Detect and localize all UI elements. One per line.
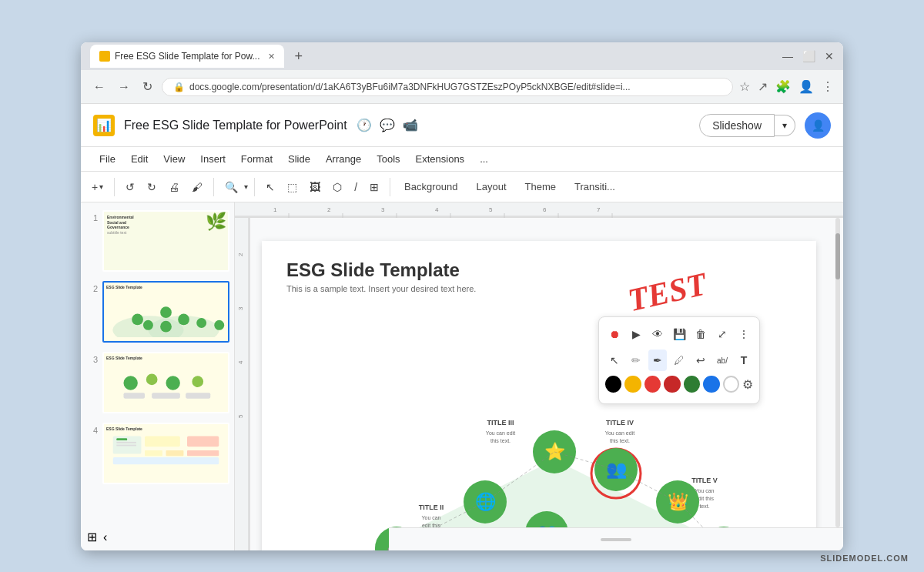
- slide-subtitle: This is a sample text. Insert your desir…: [262, 284, 816, 306]
- cursor-tool[interactable]: ↖: [261, 178, 280, 196]
- print-button[interactable]: 🖨: [164, 178, 184, 196]
- title-bar: Free ESG Slide Template for Pow... ✕ + —…: [81, 42, 843, 70]
- highlighter-tool-btn[interactable]: ✏: [627, 350, 645, 371]
- zoom-button[interactable]: 🔍: [220, 178, 243, 196]
- more-options-button[interactable]: ⋮: [735, 323, 753, 345]
- add-button[interactable]: + ▾: [87, 178, 108, 196]
- zoom-control[interactable]: 🔍 ▾: [220, 178, 248, 196]
- scrollbar-right[interactable]: [832, 218, 843, 527]
- svg-text:text.: text.: [699, 503, 709, 509]
- svg-point-4: [143, 320, 153, 330]
- slide-item-1[interactable]: 1 EnvironmentalSocial andGovernance subt…: [84, 209, 231, 273]
- url-box[interactable]: 🔒 docs.google.com/presentation/d/1aKA6T3…: [162, 78, 733, 96]
- line-tool[interactable]: /: [350, 178, 362, 196]
- redo-button[interactable]: ↻: [142, 178, 161, 196]
- theme-button[interactable]: Theme: [517, 178, 564, 196]
- doc-title[interactable]: Free ESG Slide Template for PowerPoint: [124, 119, 347, 132]
- text-tool-btn[interactable]: T: [735, 350, 753, 371]
- share-icon[interactable]: ↗: [758, 79, 768, 94]
- slide-item-3[interactable]: 3 ESG Slide Template: [84, 350, 231, 415]
- text-format-btn[interactable]: ab/: [713, 350, 732, 371]
- format-paint-button[interactable]: 🖌: [187, 178, 207, 196]
- comments-button[interactable]: 💬: [380, 118, 395, 132]
- user-avatar-button[interactable]: 👤: [805, 112, 831, 139]
- back-button[interactable]: ←: [90, 77, 109, 97]
- slide-thumb-4[interactable]: ESG Slide Template: [102, 423, 229, 484]
- new-tab-button[interactable]: +: [290, 49, 308, 65]
- main-content: 1 EnvironmentalSocial andGovernance subt…: [81, 202, 843, 550]
- svg-text:TITLE III: TITLE III: [487, 419, 514, 426]
- slide-item-4[interactable]: 4 ESG Slide Template: [84, 421, 231, 486]
- menu-icon[interactable]: ⋮: [822, 79, 834, 94]
- menu-format[interactable]: Format: [235, 150, 279, 168]
- svg-point-7: [160, 321, 172, 333]
- slide-number-2: 2: [85, 284, 98, 293]
- layout-button[interactable]: Layout: [468, 178, 514, 196]
- collapse-panel-button[interactable]: ‹: [103, 530, 107, 544]
- eraser-tool-btn[interactable]: ↩: [691, 350, 710, 371]
- undo-button[interactable]: ↺: [121, 178, 139, 196]
- menu-extensions[interactable]: Extensions: [410, 150, 471, 168]
- present-button[interactable]: 📹: [403, 118, 418, 132]
- slide-thumb-1[interactable]: EnvironmentalSocial andGovernance subtit…: [102, 210, 229, 272]
- image-tool[interactable]: 🖼: [305, 178, 325, 196]
- menu-arrange[interactable]: Arrange: [320, 150, 367, 168]
- cursor-tool-btn[interactable]: ↖: [605, 350, 624, 371]
- scrollbar-thumb[interactable]: [835, 233, 840, 279]
- expand-button[interactable]: ⤢: [713, 323, 732, 345]
- url-text: docs.google.com/presentation/d/1aKA6T3yB…: [189, 82, 631, 92]
- delete-button[interactable]: 🗑: [691, 323, 710, 345]
- color-black[interactable]: [605, 376, 621, 393]
- pen-tool-btn[interactable]: ✒: [648, 350, 667, 371]
- save-button[interactable]: 💾: [670, 323, 688, 345]
- canvas-area: 1 2 3 4 5 6 7: [235, 202, 843, 550]
- color-blue[interactable]: [703, 376, 719, 393]
- address-bar: ← → ↻ 🔒 docs.google.com/presentation/d/1…: [81, 70, 843, 104]
- background-button[interactable]: Background: [397, 178, 465, 196]
- menu-file[interactable]: File: [93, 150, 122, 168]
- minimize-button[interactable]: —: [782, 50, 793, 62]
- svg-text:2: 2: [237, 253, 244, 256]
- tab-close-button[interactable]: ✕: [268, 52, 275, 62]
- select-tool[interactable]: ⬚: [283, 178, 302, 196]
- slideshow-button[interactable]: Slideshow: [699, 114, 775, 137]
- bookmark-icon[interactable]: ☆: [739, 79, 750, 94]
- browser-tab[interactable]: Free ESG Slide Template for Pow... ✕: [90, 45, 284, 68]
- menu-slide[interactable]: Slide: [282, 150, 316, 168]
- play-button[interactable]: ▶: [627, 323, 645, 345]
- shapes-tool[interactable]: ⬡: [328, 178, 346, 196]
- close-button[interactable]: ✕: [825, 50, 834, 62]
- watermark: SLIDEMODEL.COM: [820, 554, 909, 563]
- record-button[interactable]: ⏺: [605, 323, 624, 345]
- menu-more[interactable]: ...: [474, 150, 494, 168]
- more-shapes-tool[interactable]: ⊞: [365, 178, 383, 196]
- profile-icon[interactable]: 👤: [798, 79, 814, 94]
- history-button[interactable]: 🕐: [357, 118, 372, 132]
- color-yellow[interactable]: [624, 376, 641, 393]
- color-green[interactable]: [684, 376, 700, 393]
- slide-thumb-3[interactable]: ESG Slide Template: [102, 352, 229, 413]
- color-red-light[interactable]: [644, 376, 661, 393]
- forward-button[interactable]: →: [115, 77, 133, 97]
- grid-view-button[interactable]: ⊞: [87, 530, 97, 544]
- menu-view[interactable]: View: [157, 150, 191, 168]
- maximize-button[interactable]: ⬜: [802, 50, 815, 62]
- menu-tools[interactable]: Tools: [370, 150, 406, 168]
- color-red-dark[interactable]: [664, 376, 680, 393]
- transitions-button[interactable]: Transiti...: [567, 178, 623, 196]
- svg-text:this text.: this text.: [610, 438, 630, 443]
- extensions-icon[interactable]: 🧩: [775, 79, 791, 94]
- menu-edit[interactable]: Edit: [125, 150, 154, 168]
- color-settings-button[interactable]: ⚙: [742, 377, 753, 392]
- slideshow-dropdown-button[interactable]: ▾: [775, 115, 795, 136]
- marker-tool-btn[interactable]: 🖊: [670, 350, 688, 371]
- menu-insert[interactable]: Insert: [194, 150, 232, 168]
- svg-text:6: 6: [543, 206, 547, 213]
- reload-button[interactable]: ↻: [139, 76, 156, 97]
- color-white[interactable]: [723, 376, 739, 393]
- slide-item-2[interactable]: 2 ESG Slide Template: [84, 279, 231, 344]
- svg-text:You can edit: You can edit: [486, 430, 515, 436]
- slide-thumb-2[interactable]: ESG Slide Template: [102, 281, 229, 343]
- view-button[interactable]: 👁: [648, 323, 667, 345]
- svg-text:TITLE IV: TITLE IV: [606, 419, 634, 426]
